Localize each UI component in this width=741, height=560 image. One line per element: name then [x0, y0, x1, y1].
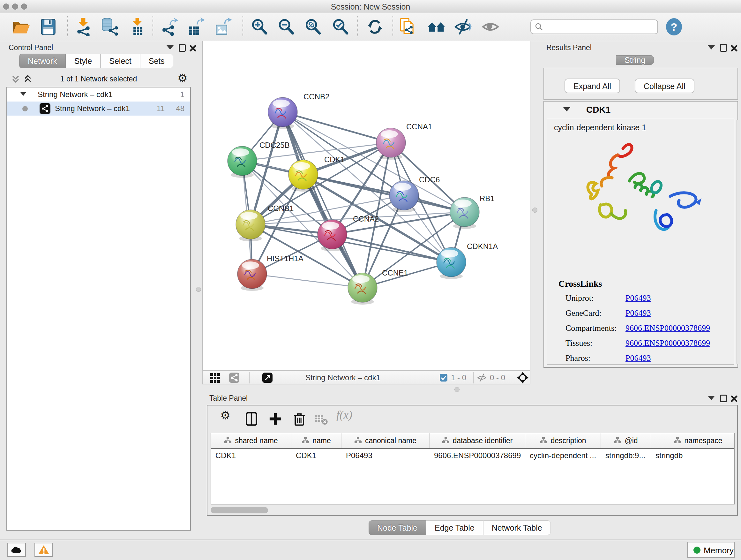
results-panel-float-icon[interactable] [720, 44, 727, 52]
results-tab-string[interactable]: String [616, 53, 654, 67]
gene-expand-caret-icon[interactable] [563, 107, 570, 111]
tab-network-table[interactable]: Network Table [483, 520, 551, 535]
zoom-selected-button[interactable] [331, 17, 350, 36]
crosslink-link[interactable]: P06493 [625, 354, 651, 363]
open-session-button[interactable] [11, 17, 30, 36]
export-table-button[interactable] [187, 17, 205, 36]
delete-column-trash-icon[interactable] [292, 412, 307, 426]
network-edge[interactable] [252, 274, 362, 288]
network-node-RB1[interactable]: RB1 [450, 194, 495, 229]
crosslink-link[interactable]: 9606.ENSP00000378699 [625, 323, 710, 333]
results-scrollbar[interactable] [737, 120, 740, 364]
gene-symbol: CDK1 [586, 105, 610, 115]
export-network-button[interactable] [160, 17, 179, 36]
zoom-fit-button[interactable] [304, 17, 322, 36]
delete-table-icon[interactable] [314, 412, 328, 426]
network-edge[interactable] [332, 234, 451, 262]
crosslink-link[interactable]: 9606.ENSP00000378699 [625, 338, 710, 348]
network-options-gear-icon[interactable]: ⚙ [178, 71, 188, 84]
column-header-namespace[interactable]: namespace [651, 433, 735, 448]
zoom-out-button[interactable] [277, 17, 295, 36]
memory-button[interactable]: Memory [687, 542, 735, 558]
function-builder-icon[interactable]: f(x) [336, 408, 362, 422]
table-options-gear-icon[interactable]: ⚙ [220, 409, 234, 423]
table-cell[interactable]: 9606.ENSP00000378699 [429, 449, 525, 462]
add-column-icon[interactable] [268, 412, 282, 426]
collapse-all-button[interactable]: Collapse All [635, 78, 694, 93]
table-cell[interactable]: CDK1 [291, 449, 341, 462]
cloud-status-button[interactable] [7, 543, 26, 557]
horizontal-splitter-handle[interactable] [455, 387, 460, 392]
column-header-shared-name[interactable]: shared name [211, 433, 291, 448]
network-share-icon[interactable] [229, 372, 240, 383]
show-columns-icon[interactable] [245, 412, 259, 426]
tab-style[interactable]: Style [66, 54, 101, 68]
collection-expand-caret-icon[interactable] [20, 92, 26, 96]
table-panel-menu-caret-icon[interactable] [708, 396, 715, 400]
network-edge[interactable] [283, 112, 391, 143]
selected-checkbox-icon[interactable] [440, 374, 448, 382]
table-cell[interactable]: P06493 [341, 449, 429, 462]
table-cell[interactable]: CDK1 [211, 449, 291, 462]
import-network-button[interactable] [74, 17, 93, 36]
column-header-name[interactable]: name [291, 433, 341, 448]
hide-selected-eye-slash-icon[interactable] [454, 17, 472, 36]
tab-network[interactable]: Network [19, 54, 66, 68]
tab-sets[interactable]: Sets [140, 54, 173, 68]
cytoscape-window: Session: New Session [0, 0, 741, 560]
export-image-button[interactable] [214, 17, 232, 36]
network-edge-count: 48 [176, 104, 185, 113]
network-row[interactable]: String Network – cdk1 11 48 [7, 102, 190, 116]
duplicate-network-button[interactable] [399, 17, 417, 36]
expand-all-button[interactable]: Expand All [564, 78, 620, 93]
import-network-from-database-button[interactable] [100, 17, 118, 36]
vertical-splitter-handle[interactable] [196, 287, 201, 292]
crosslink-link[interactable]: P06493 [625, 308, 651, 318]
table-horizontal-scrollbar[interactable] [211, 507, 268, 513]
network-collection-row[interactable]: String Network – cdk1 1 [7, 87, 190, 102]
refresh-button[interactable] [366, 17, 384, 36]
network-node-CCNE1[interactable]: CCNE1 [348, 268, 408, 305]
column-header-@id[interactable]: @id [601, 433, 651, 448]
show-all-eye-icon[interactable] [481, 17, 500, 36]
column-header-description[interactable]: description [525, 433, 601, 448]
help-button[interactable]: ? [666, 18, 682, 36]
table-panel-float-icon[interactable] [720, 395, 727, 402]
search-box[interactable] [530, 19, 658, 34]
tab-select[interactable]: Select [100, 54, 140, 68]
toolbar-separator [67, 16, 68, 37]
control-panel-menu-caret-icon[interactable] [166, 45, 174, 50]
tab-edge-table[interactable]: Edge Table [426, 520, 483, 535]
birdseye-view-icon[interactable] [210, 372, 220, 383]
network-node-CDKN1A[interactable]: CDKN1A [436, 242, 498, 279]
toolbar-separator [243, 16, 243, 37]
zoom-in-button[interactable] [250, 17, 269, 36]
table-cell[interactable]: stringdb:9... [601, 449, 651, 462]
table-row[interactable]: CDK1CDK1P064939606.ENSP00000378699cyclin… [211, 449, 734, 462]
fit-selected-crosshair-icon[interactable] [517, 372, 529, 384]
results-panel-menu-caret-icon[interactable] [708, 45, 715, 50]
search-input[interactable] [544, 21, 657, 33]
hidden-eye-slash-icon[interactable] [477, 373, 487, 382]
open-in-window-icon[interactable] [262, 372, 273, 383]
column-header-canonical-name[interactable]: canonical name [341, 433, 429, 448]
column-header-database-identifier[interactable]: database identifier [429, 433, 525, 448]
crosslink-link[interactable]: P06493 [625, 294, 651, 303]
table-cell[interactable]: cyclin-dependent ... [525, 449, 601, 462]
home-networks-button[interactable] [427, 17, 446, 36]
node-table[interactable]: shared namenamecanonical namedatabase id… [211, 433, 735, 504]
import-table-button[interactable] [128, 17, 147, 36]
tab-node-table[interactable]: Node Table [368, 520, 426, 535]
warning-status-button[interactable] [35, 543, 53, 557]
control-panel-float-icon[interactable] [179, 44, 186, 52]
network-view-canvas[interactable]: CCNB2CCNA1CDC25BCDK1CDC6RB1CCNB1CCNA2CDK… [202, 41, 530, 370]
results-panel-close-icon[interactable] [730, 44, 738, 52]
table-panel-close-icon[interactable] [730, 395, 738, 402]
network-node-HIST1H1A[interactable]: HIST1H1A [238, 254, 304, 291]
gene-header-row[interactable]: CDK1 [544, 103, 738, 118]
network-results-splitter-handle[interactable] [532, 207, 537, 212]
network-node-CCNA1[interactable]: CCNA1 [376, 122, 432, 160]
table-cell[interactable]: stringdb [651, 449, 735, 462]
save-session-button[interactable] [39, 17, 57, 36]
control-panel-close-icon[interactable] [189, 44, 197, 52]
